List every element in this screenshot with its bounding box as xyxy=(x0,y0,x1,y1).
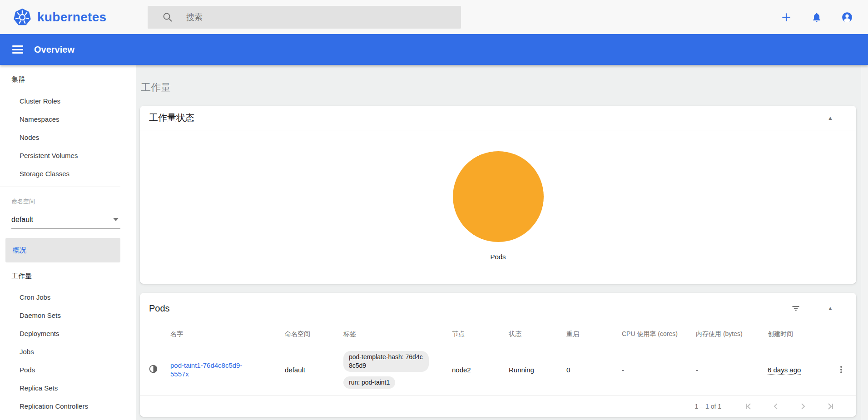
label-chip: run: pod-taint1 xyxy=(343,376,395,389)
account-circle-icon xyxy=(841,11,853,24)
sidebar-item-jobs[interactable]: Jobs xyxy=(0,342,136,361)
menu-hamburger-button[interactable] xyxy=(12,45,23,54)
pagination-range-label: 1 – 1 of 1 xyxy=(695,403,721,410)
vertical-scrollbar[interactable] xyxy=(861,65,868,420)
pods-pie-chart[interactable] xyxy=(453,151,544,242)
pod-restarts: 0 xyxy=(566,366,622,374)
bell-icon xyxy=(811,12,822,23)
pod-node: node2 xyxy=(452,366,509,374)
namespace-label: 命名空间 xyxy=(0,193,136,211)
workload-status-chart: Pods xyxy=(140,151,856,261)
col-cpu: CPU 使用率 (cores) xyxy=(622,330,678,337)
col-name: 名字 xyxy=(170,330,285,338)
page-toolbar: Overview xyxy=(0,34,868,65)
sidebar-item-nodes[interactable]: Nodes xyxy=(0,128,136,146)
sidebar-item-storage-classes[interactable]: Storage Classes xyxy=(0,164,136,183)
sidebar-item-cron-jobs[interactable]: Cron Jobs xyxy=(0,288,136,306)
collapse-arrow-icon[interactable]: ▲ xyxy=(825,113,836,124)
first-page-button[interactable] xyxy=(743,401,754,412)
sidebar-item-persistent-volumes[interactable]: Persistent Volumes xyxy=(0,146,136,164)
workload-status-card: 工作量状态 ▲ Pods xyxy=(140,106,856,284)
sidebar-item-deployments[interactable]: Deployments xyxy=(0,324,136,342)
label-chip: pod-template-hash: 76d4c8c5d9 xyxy=(343,351,429,372)
pod-labels: pod-template-hash: 76d4c8c5d9 run: pod-t… xyxy=(343,351,452,389)
pods-table-header: 名字 命名空间 标签 节点 状态 重启 CPU 使用率 (cores) 内存使用… xyxy=(140,324,856,344)
sidebar-item-overview-selected[interactable]: 概况 xyxy=(5,238,120,262)
search-input[interactable] xyxy=(185,12,441,23)
col-labels: 标签 xyxy=(343,330,452,338)
row-more-menu-button[interactable] xyxy=(836,364,847,375)
page-title: 工作量 xyxy=(141,81,171,94)
previous-page-button[interactable] xyxy=(770,401,781,412)
sidebar-item-namespaces[interactable]: Namespaces xyxy=(0,110,136,128)
col-memory: 内存使用 (bytes) xyxy=(696,330,768,338)
create-plus-button[interactable] xyxy=(780,11,792,23)
pagination-bar: 1 – 1 of 1 xyxy=(140,395,856,417)
pods-card-title: Pods xyxy=(149,303,170,314)
workload-status-card-header: 工作量状态 ▲ xyxy=(140,106,856,130)
sidebar-item-cluster-roles[interactable]: Cluster Roles xyxy=(0,92,136,110)
sidebar-section-workloads: 工作量 xyxy=(0,267,136,285)
col-created: 创建时间 xyxy=(768,330,835,338)
col-status: 状态 xyxy=(509,330,566,338)
sidebar-nav: 集群 Cluster Roles Namespaces Nodes Persis… xyxy=(0,65,136,420)
top-app-bar: kubernetes xyxy=(0,0,868,34)
pod-name-link[interactable]: pod-taint1-76d4c8c5d9-5557x xyxy=(170,361,248,378)
pod-memory: - xyxy=(696,366,768,374)
search-bar[interactable] xyxy=(148,6,461,29)
toolbar-title: Overview xyxy=(34,44,74,55)
pod-table-row: pod-taint1-76d4c8c5d9-5557x default pod-… xyxy=(140,344,856,395)
pods-card-header: Pods ▲ xyxy=(140,293,856,324)
topbar-actions xyxy=(780,0,853,34)
next-page-button[interactable] xyxy=(798,401,808,412)
namespace-selected-value: default xyxy=(11,216,33,224)
pie-chart-label: Pods xyxy=(140,253,856,261)
sidebar-divider xyxy=(0,187,120,187)
user-avatar-button[interactable] xyxy=(841,11,853,23)
sidebar-item-replica-sets[interactable]: Replica Sets xyxy=(0,379,136,397)
sidebar-section-cluster: 集群 xyxy=(0,70,136,89)
collapse-arrow-icon[interactable]: ▲ xyxy=(825,303,836,314)
last-page-button[interactable] xyxy=(825,401,836,412)
search-icon xyxy=(162,12,173,23)
notifications-bell-button[interactable] xyxy=(811,11,823,23)
sidebar-item-daemon-sets[interactable]: Daemon Sets xyxy=(0,306,136,324)
chevron-down-icon xyxy=(113,218,119,221)
kubernetes-brand[interactable]: kubernetes xyxy=(13,0,106,34)
workload-status-card-title: 工作量状态 xyxy=(149,112,194,124)
pod-created: 6 days ago xyxy=(768,366,801,375)
app-title: kubernetes xyxy=(37,10,106,25)
col-namespace: 命名空间 xyxy=(285,330,343,338)
filter-list-icon[interactable] xyxy=(790,303,801,314)
sidebar-item-replication-controllers[interactable]: Replication Controllers xyxy=(0,397,136,415)
sidebar-item-pods[interactable]: Pods xyxy=(0,361,136,379)
kubernetes-logo-icon xyxy=(13,8,32,26)
pod-namespace: default xyxy=(285,366,343,374)
pod-cpu: - xyxy=(622,366,696,374)
col-node: 节点 xyxy=(452,330,509,338)
namespace-select[interactable]: default xyxy=(11,211,120,229)
pod-status: Running xyxy=(509,366,566,374)
col-restarts: 重启 xyxy=(566,330,622,338)
pod-status-running-icon xyxy=(149,365,158,373)
pods-card: Pods ▲ 名字 命名空间 标签 节点 状态 重启 CPU 使用率 (core… xyxy=(140,293,856,417)
